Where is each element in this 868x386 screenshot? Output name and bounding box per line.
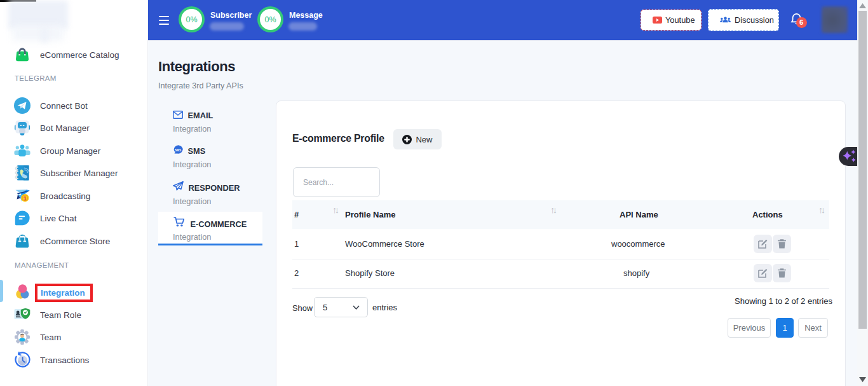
svg-text:1: 1 — [24, 195, 27, 202]
svg-text:SMS: SMS — [175, 149, 181, 152]
